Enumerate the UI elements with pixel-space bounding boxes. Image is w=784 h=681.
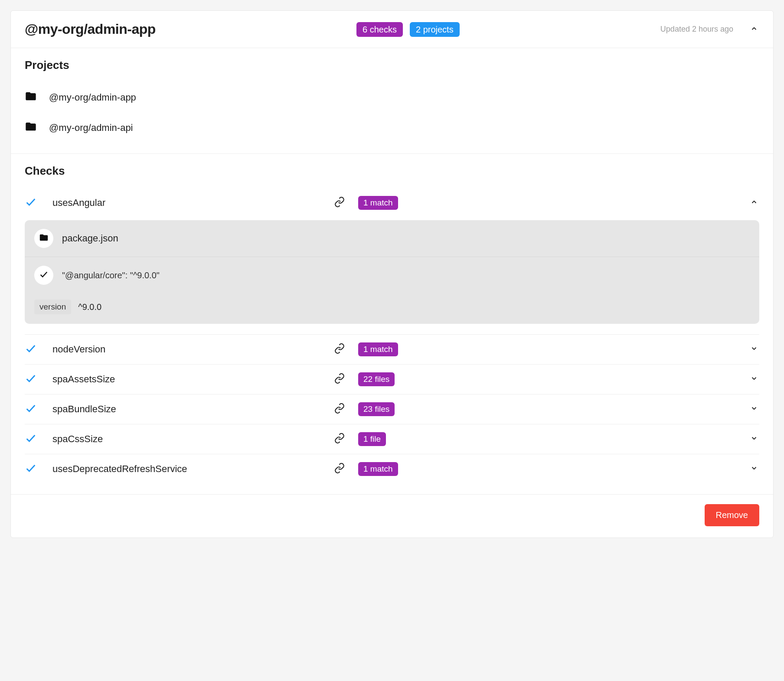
check-name: usesAngular: [52, 197, 327, 209]
check-name: spaBundleSize: [52, 404, 327, 415]
check-count-badge: 1 match: [358, 342, 398, 356]
link-icon[interactable]: [334, 463, 351, 476]
detail-match-line: "@angular/core": "^9.0.0": [62, 270, 160, 280]
check-count-badge: 1 match: [358, 462, 398, 476]
check-count-badge: 23 files: [358, 402, 395, 416]
check-status-icon: [25, 402, 46, 416]
detail-match-row: "@angular/core": "^9.0.0": [25, 257, 759, 293]
project-item[interactable]: @my-org/admin-api: [25, 113, 759, 143]
check-icon: [39, 270, 49, 281]
check-status-icon: [25, 462, 46, 476]
project-name: @my-org/admin-api: [49, 122, 133, 134]
folder-icon: [39, 233, 49, 244]
link-icon[interactable]: [334, 373, 351, 386]
link-icon[interactable]: [334, 343, 351, 356]
checks-heading: Checks: [25, 164, 759, 178]
expand-check-button[interactable]: [749, 404, 759, 414]
chevron-up-icon: [750, 198, 758, 208]
check-count-badge: 1 file: [358, 432, 386, 446]
expand-check-button[interactable]: [749, 198, 759, 208]
file-icon-button[interactable]: [34, 229, 53, 248]
check-row-uses-deprecated-refresh-service[interactable]: usesDeprecatedRefreshService 1 match: [25, 454, 759, 484]
projects-heading: Projects: [25, 59, 759, 72]
check-name: nodeVersion: [52, 344, 327, 355]
checks-count-badge: 6 checks: [356, 22, 403, 37]
check-row-node-version[interactable]: nodeVersion 1 match: [25, 334, 759, 364]
checks-section: Checks usesAngular 1 match package.jso: [11, 153, 773, 494]
expand-check-button[interactable]: [749, 374, 759, 384]
chevron-down-icon: [750, 404, 758, 414]
card-header: @my-org/admin-app 6 checks 2 projects Up…: [11, 11, 773, 48]
check-status-icon: [25, 432, 46, 446]
chevron-up-icon: [750, 25, 758, 34]
app-title: @my-org/admin-app: [25, 21, 156, 37]
check-row-spa-assets-size[interactable]: spaAssetsSize 22 files: [25, 364, 759, 394]
detail-kv-value: ^9.0.0: [78, 302, 101, 312]
check-count-badge: 1 match: [358, 196, 398, 210]
check-row-spa-css-size[interactable]: spaCssSize 1 file: [25, 424, 759, 454]
check-row-uses-angular[interactable]: usesAngular 1 match: [25, 188, 759, 218]
check-status-icon: [25, 372, 46, 386]
project-item[interactable]: @my-org/admin-app: [25, 82, 759, 113]
detail-file-row: package.json: [25, 220, 759, 257]
card-footer: Remove: [11, 494, 773, 538]
check-name: usesDeprecatedRefreshService: [52, 463, 327, 475]
check-row-spa-bundle-size[interactable]: spaBundleSize 23 files: [25, 394, 759, 424]
header-badges: 6 checks 2 projects: [166, 22, 650, 37]
link-icon[interactable]: [334, 433, 351, 446]
check-name: spaCssSize: [52, 433, 327, 445]
chevron-down-icon: [750, 345, 758, 354]
detail-kv-row: version ^9.0.0: [25, 293, 759, 324]
expand-check-button[interactable]: [749, 344, 759, 355]
check-status-icon: [25, 196, 46, 210]
remove-button[interactable]: Remove: [705, 504, 759, 526]
detail-kv-key: version: [34, 300, 71, 314]
match-ok-button[interactable]: [34, 266, 53, 285]
checks-list: usesAngular 1 match package.json: [25, 188, 759, 484]
check-name: spaAssetsSize: [52, 374, 327, 385]
collapse-card-button[interactable]: [749, 24, 759, 35]
link-icon[interactable]: [334, 403, 351, 416]
expand-check-button[interactable]: [749, 434, 759, 444]
check-status-icon: [25, 342, 46, 356]
expand-check-button[interactable]: [749, 464, 759, 474]
folder-icon: [25, 90, 37, 105]
detail-file-name: package.json: [62, 233, 118, 244]
chevron-down-icon: [750, 464, 758, 474]
project-name: @my-org/admin-app: [49, 92, 136, 103]
projects-count-badge: 2 projects: [410, 22, 460, 37]
chevron-down-icon: [750, 375, 758, 384]
chevron-down-icon: [750, 434, 758, 444]
updated-label: Updated 2 hours ago: [660, 25, 733, 34]
app-card: @my-org/admin-app 6 checks 2 projects Up…: [10, 10, 774, 538]
link-icon[interactable]: [334, 196, 351, 209]
check-count-badge: 22 files: [358, 372, 395, 386]
check-detail-panel: package.json "@angular/core": "^9.0.0" v…: [25, 220, 759, 324]
projects-section: Projects @my-org/admin-app @my-org/admin…: [11, 48, 773, 153]
folder-icon: [25, 121, 37, 135]
